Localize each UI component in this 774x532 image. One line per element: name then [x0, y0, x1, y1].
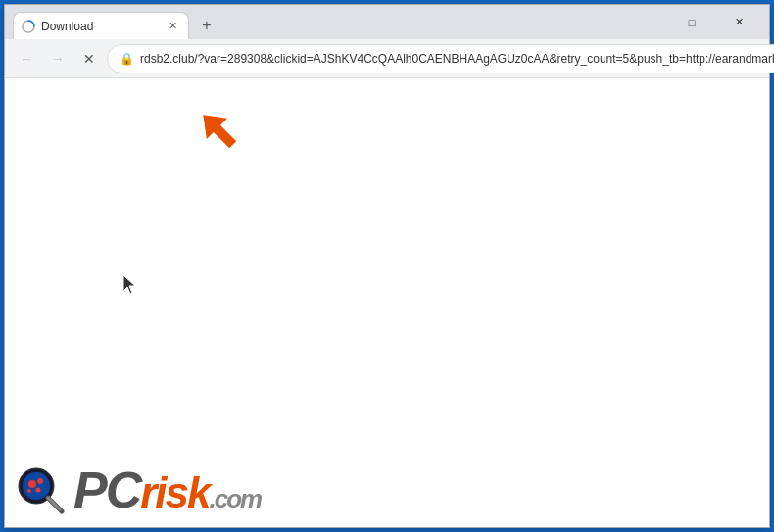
url-text: rdsb2.club/?var=289308&clickid=AJShKV4Cc…	[140, 52, 774, 66]
close-button[interactable]: ✕	[716, 5, 761, 39]
window-controls: — □ ✕	[622, 5, 769, 39]
browser-window: Download ✕ + — □ ✕ ← → ✕ 🔒 rdsb2.club/?v…	[4, 4, 770, 528]
mouse-cursor	[122, 274, 140, 296]
svg-point-5	[23, 472, 50, 500]
tab-area: Download ✕ +	[5, 12, 622, 39]
maximize-button[interactable]: □	[669, 5, 714, 39]
watermark: PCrisk.com	[15, 464, 261, 515]
svg-point-8	[36, 488, 41, 493]
nav-bar: ← → ✕ 🔒 rdsb2.club/?var=289308&clickid=A…	[5, 39, 769, 78]
forward-button[interactable]: →	[44, 45, 72, 73]
back-button[interactable]: ←	[13, 45, 40, 73]
active-tab[interactable]: Download ✕	[13, 12, 189, 39]
com-text: .com	[210, 484, 262, 513]
pcrisk-logo-icon	[15, 464, 66, 515]
title-bar: Download ✕ + — □ ✕	[5, 5, 769, 39]
svg-line-11	[48, 498, 60, 509]
reload-stop-button[interactable]: ✕	[75, 45, 103, 73]
pcrisk-text: PCrisk.com	[73, 464, 261, 515]
svg-point-7	[37, 478, 43, 484]
new-tab-button[interactable]: +	[193, 12, 220, 39]
tab-close-button[interactable]: ✕	[165, 19, 180, 34]
tab-title: Download	[41, 20, 161, 33]
address-bar[interactable]: 🔒 rdsb2.club/?var=289308&clickid=AJShKV4…	[107, 44, 774, 73]
minimize-button[interactable]: —	[622, 5, 667, 39]
svg-point-6	[28, 480, 36, 488]
svg-point-9	[27, 489, 31, 493]
pc-text: PC	[73, 461, 140, 518]
lock-icon: 🔒	[120, 52, 134, 66]
tab-favicon	[22, 20, 35, 33]
risk-text: risk	[140, 468, 209, 516]
page-content: PCrisk.com	[5, 78, 769, 527]
